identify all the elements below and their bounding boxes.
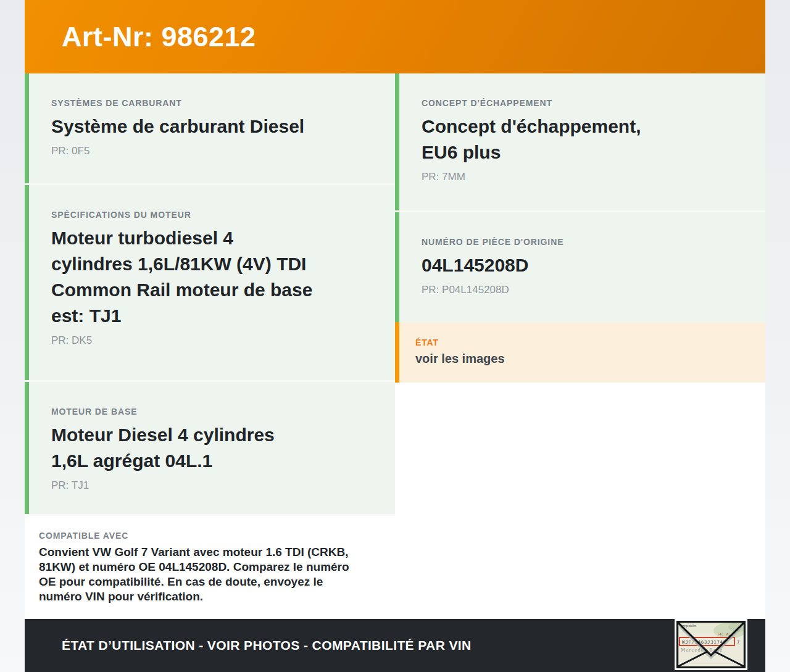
card-etat: ÉTAT voir les images xyxy=(395,322,765,383)
footer-text: ÉTAT D’UTILISATION - VOIR PHOTOS - COMPA… xyxy=(25,638,472,653)
pr-code: PR: DK5 xyxy=(51,334,370,347)
left-column: SYSTÈMES DE CARBURANT Système de carbura… xyxy=(25,73,395,619)
card-label: MOTEUR DE BASE xyxy=(51,407,370,417)
card-title: Moteur Diesel 4 cylindres 1,6L agrégat 0… xyxy=(51,422,370,474)
etat-label: ÉTAT xyxy=(415,338,747,347)
pr-code: PR: TJ1 xyxy=(51,479,370,492)
listing-page: Art-Nr: 986212 SYSTÈMES DE CARBURANT Sys… xyxy=(0,0,790,672)
content-area: SYSTÈMES DE CARBURANT Système de carbura… xyxy=(25,73,765,619)
article-number-title: Art-Nr: 986212 xyxy=(25,21,256,53)
card-label: SYSTÈMES DE CARBURANT xyxy=(51,98,370,108)
doc-field-ref-text: [4] Ai xyxy=(717,632,731,636)
registration-document-thumbnail[interactable]: Fahrgestellnr. [4] Ai WJF71463J31748 7 M… xyxy=(675,619,747,670)
right-column: CONCEPT D'ÉCHAPPEMENT Concept d'échappem… xyxy=(395,73,765,619)
card-title: Concept d'échappement, EU6 plus xyxy=(422,114,741,165)
vin-text: WJF71463J31748 xyxy=(682,639,726,645)
footer-bar: ÉTAT D’UTILISATION - VOIR PHOTOS - COMPA… xyxy=(25,619,765,672)
card-label: NUMÉRO DE PIÈCE D'ORIGINE xyxy=(422,237,741,247)
card-title: 04L145208D xyxy=(422,252,741,278)
card-title: Système de carburant Diesel xyxy=(51,114,370,139)
compatibility-text: Convient VW Golf 7 Variant avec moteur 1… xyxy=(39,545,370,604)
card-label: SPÉCIFICATIONS DU MOTEUR xyxy=(51,210,370,220)
pr-code: PR: 0F5 xyxy=(51,145,370,157)
card-fuel-system: SYSTÈMES DE CARBURANT Système de carbura… xyxy=(25,73,395,183)
pr-code: PR: 7MM xyxy=(422,171,741,183)
pr-code: PR: P04L145208D xyxy=(422,284,741,296)
card-base-engine: MOTEUR DE BASE Moteur Diesel 4 cylindres… xyxy=(25,382,395,514)
header-banner: Art-Nr: 986212 xyxy=(25,0,765,73)
card-label: COMPATIBLE AVEC xyxy=(39,531,370,541)
card-exhaust-concept: CONCEPT D'ÉCHAPPEMENT Concept d'échappem… xyxy=(395,73,765,210)
vin-suffix-text: 7 xyxy=(737,639,739,645)
right-column-filler xyxy=(395,383,765,619)
card-label: CONCEPT D'ÉCHAPPEMENT xyxy=(422,98,741,108)
see-images-link[interactable]: voir les images xyxy=(415,352,747,366)
card-oe-number: NUMÉRO DE PIÈCE D'ORIGINE 04L145208D PR:… xyxy=(395,212,765,322)
card-title: Moteur turbodiesel 4 cylindres 1,6L/81KW… xyxy=(51,225,370,329)
card-engine-specs: SPÉCIFICATIONS DU MOTEUR Moteur turbodie… xyxy=(25,185,395,380)
card-compatibility: COMPATIBLE AVEC Convient VW Golf 7 Varia… xyxy=(25,516,395,619)
